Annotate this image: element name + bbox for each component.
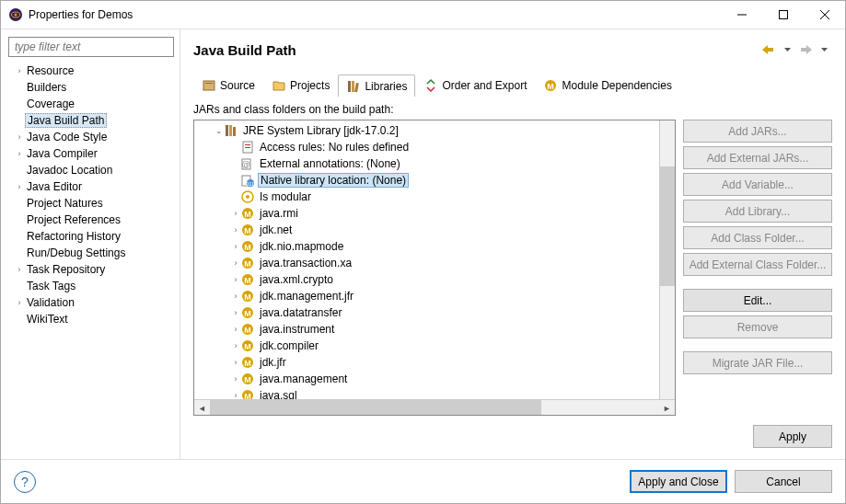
add-external-jars-button[interactable]: Add External JARs... [683,146,832,169]
apply-and-close-button[interactable]: Apply and Close [630,470,727,493]
tree-label: External annotations: (None) [258,157,402,170]
tree-row[interactable]: ⌄JRE System Library [jdk-17.0.2] [194,122,659,139]
sidebar-item[interactable]: Task Tags [6,278,176,294]
filter-input[interactable] [8,37,174,57]
tree-row[interactable]: ›Mjdk.management.jfr [194,288,659,304]
cancel-button[interactable]: Cancel [735,470,832,493]
tab-module-dependencies[interactable]: MModule Dependencies [535,74,679,96]
tab-libraries[interactable]: Libraries [338,74,415,97]
close-button[interactable] [804,1,845,29]
tree-row[interactable]: ›Mjava.xml.crypto [194,271,659,288]
minimize-button[interactable] [721,1,762,29]
sidebar-item[interactable]: ›Java Editor [6,178,176,195]
svg-rect-18 [245,144,250,145]
sidebar-item[interactable]: Coverage [6,96,176,112]
tree-row[interactable]: ›Mjdk.compiler [194,338,659,354]
sidebar-item[interactable]: Refactoring History [6,228,176,245]
horizontal-scrollbar[interactable]: ◄ ► [194,399,675,415]
tree-row[interactable]: ›Mjava.rmi [194,205,659,222]
tree-row[interactable]: ›Mjdk.net [194,222,659,238]
svg-rect-4 [779,11,787,19]
tab-label: Source [220,79,255,92]
svg-text:M: M [244,326,251,335]
chevron-right-icon: › [14,182,25,191]
chevron-right-icon[interactable]: › [227,275,240,284]
add-jars-button[interactable]: Add JARs... [683,120,832,143]
sidebar-item[interactable]: ›Resource [6,63,176,79]
add-library-button[interactable]: Add Library... [683,200,832,223]
tree-label: jdk.net [258,223,294,236]
tree-label: JRE System Library [jdk-17.0.2] [241,124,400,137]
tab-label: Module Dependencies [562,79,671,92]
svg-text:M: M [244,342,251,351]
sidebar-item-label: Project Natures [25,197,105,210]
sidebar-item[interactable]: WikiText [6,311,176,327]
tab-label: Projects [290,79,330,92]
chevron-right-icon[interactable]: › [227,242,240,251]
edit-button[interactable]: Edit... [683,289,832,312]
tab-order-and-export[interactable]: Order and Export [415,74,535,96]
tree-row[interactable]: ›Mjava.instrument [194,321,659,338]
tree-row[interactable]: ›Mjava.transaction.xa [194,255,659,271]
sidebar-item[interactable]: Project Natures [6,195,176,212]
chevron-right-icon[interactable]: › [227,391,240,399]
tab-source[interactable]: Source [193,74,263,96]
forward-dropdown-icon[interactable] [816,41,832,58]
tree-row[interactable]: ›Mjava.management [194,371,659,387]
sidebar-item[interactable]: Java Build Path [6,112,176,129]
module-icon: M [240,338,255,353]
module-icon: M [240,223,255,237]
migrate-jar-file-button[interactable]: Migrate JAR File... [683,351,832,374]
chevron-right-icon[interactable]: › [227,292,240,301]
tree-row[interactable]: ›Mjdk.jfr [194,354,659,371]
svg-point-2 [15,14,17,17]
vertical-scrollbar[interactable] [659,120,675,399]
back-dropdown-icon[interactable] [779,41,795,58]
svg-rect-10 [352,81,354,92]
tree-row[interactable]: @External annotations: (None) [194,155,659,172]
forward-arrow-icon[interactable] [797,41,814,58]
tree-row[interactable]: Is modular [194,189,659,205]
maximize-button[interactable] [762,1,804,29]
tab-projects[interactable]: Projects [263,74,338,96]
tree-row[interactable]: ›Mjava.sql [194,387,659,399]
sidebar-item[interactable]: Project References [6,212,176,228]
tree-row[interactable]: Access rules: No rules defined [194,139,659,155]
chevron-right-icon[interactable]: › [227,358,240,367]
tree-label: java.rmi [258,207,300,220]
remove-button[interactable]: Remove [683,315,832,338]
tree-row[interactable]: 010Native library location: (None) [194,172,659,189]
library-tree[interactable]: ⌄JRE System Library [jdk-17.0.2]Access r… [193,120,676,416]
apply-button[interactable]: Apply [753,425,832,448]
scroll-left-icon[interactable]: ◄ [194,400,210,416]
sidebar-item[interactable]: Builders [6,79,176,96]
chevron-right-icon[interactable]: › [227,225,240,235]
svg-rect-7 [203,81,214,90]
svg-rect-14 [226,125,228,136]
tree-row[interactable]: ›Mjava.datatransfer [194,304,659,321]
back-arrow-icon[interactable] [760,41,777,58]
sidebar-item[interactable]: ›Validation [6,294,176,311]
sidebar-item[interactable]: ›Java Compiler [6,145,176,162]
tree-row[interactable]: ›Mjdk.nio.mapmode [194,238,659,255]
chevron-right-icon[interactable]: › [227,374,240,384]
chevron-right-icon[interactable]: › [227,325,240,334]
add-variable-button[interactable]: Add Variable... [683,173,832,196]
help-icon[interactable]: ? [14,471,36,493]
sidebar-item[interactable]: Javadoc Location [6,162,176,178]
add-class-folder-button[interactable]: Add Class Folder... [683,226,832,249]
tree-label: java.transaction.xa [258,257,353,269]
chevron-right-icon[interactable]: › [227,341,240,350]
add-external-class-folder-button[interactable]: Add External Class Folder... [683,253,832,276]
chevron-right-icon[interactable]: › [227,258,240,268]
sidebar-item-label: Java Editor [25,180,84,193]
window-title: Properties for Demos [29,8,721,21]
scroll-right-icon[interactable]: ► [659,400,675,416]
chevron-right-icon[interactable]: › [227,209,240,218]
chevron-down-icon[interactable]: ⌄ [211,126,224,135]
sidebar-item[interactable]: ›Task Repository [6,261,176,278]
svg-rect-11 [355,83,360,92]
chevron-right-icon[interactable]: › [227,308,240,317]
sidebar-item[interactable]: ›Java Code Style [6,129,176,145]
sidebar-item[interactable]: Run/Debug Settings [6,245,176,261]
